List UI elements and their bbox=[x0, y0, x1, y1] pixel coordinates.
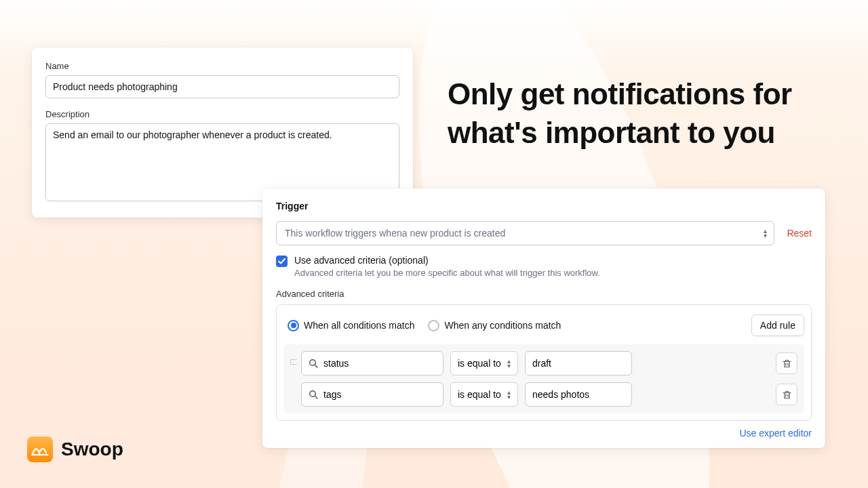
advanced-criteria-help: Advanced criteria let you be more specif… bbox=[294, 268, 600, 278]
radio-icon bbox=[428, 320, 439, 331]
trigger-title: Trigger bbox=[276, 201, 812, 211]
select-caret-icon: ▴▾ bbox=[507, 359, 511, 368]
trigger-select[interactable]: This workflow triggers when a new produc… bbox=[276, 221, 774, 245]
trash-icon bbox=[782, 390, 792, 400]
rule-value-input[interactable]: needs photos bbox=[525, 382, 632, 407]
name-label: Name bbox=[45, 61, 399, 71]
rule-field-input[interactable]: tags bbox=[301, 382, 443, 407]
rule-value-input[interactable]: draft bbox=[525, 351, 632, 375]
trigger-card: Trigger This workflow triggers when a ne… bbox=[262, 188, 825, 448]
trash-icon bbox=[782, 359, 792, 369]
criteria-section-label: Advanced criteria bbox=[276, 289, 812, 299]
match-any-radio[interactable]: When any conditions match bbox=[428, 320, 561, 331]
search-icon bbox=[309, 390, 319, 400]
rule-row: status is equal to ▴▾ draft bbox=[301, 351, 797, 375]
rule-operator-select[interactable]: is equal to ▴▾ bbox=[450, 382, 518, 407]
criteria-box: When all conditions match When any condi… bbox=[276, 304, 812, 421]
rules-list: status is equal to ▴▾ draft tags bbox=[283, 344, 804, 413]
svg-line-1 bbox=[315, 365, 318, 367]
rule-connector bbox=[290, 359, 297, 365]
select-caret-icon: ▴▾ bbox=[507, 390, 511, 399]
description-label: Description bbox=[45, 109, 399, 119]
reset-button[interactable]: Reset bbox=[787, 228, 812, 239]
brand-name: Swoop bbox=[61, 439, 123, 460]
name-input[interactable] bbox=[45, 75, 399, 98]
advanced-criteria-checkbox[interactable] bbox=[276, 256, 288, 267]
expert-editor-link[interactable]: Use expert editor bbox=[276, 428, 812, 439]
rule-operator-select[interactable]: is equal to ▴▾ bbox=[450, 351, 518, 375]
hero-headline: Only get notifications for what's import… bbox=[448, 75, 868, 152]
search-icon bbox=[309, 359, 319, 369]
radio-icon bbox=[288, 320, 299, 331]
rule-field-input[interactable]: status bbox=[301, 351, 443, 375]
select-caret-icon: ▴▾ bbox=[764, 228, 767, 238]
advanced-criteria-label: Use advanced criteria (optional) bbox=[294, 255, 600, 266]
svg-line-3 bbox=[315, 396, 318, 399]
rule-row: tags is equal to ▴▾ needs photos bbox=[301, 382, 797, 407]
rule-delete-button[interactable] bbox=[776, 384, 797, 405]
brand-lockup: Swoop bbox=[27, 436, 123, 462]
rule-delete-button[interactable] bbox=[776, 352, 797, 374]
match-all-radio[interactable]: When all conditions match bbox=[288, 320, 414, 331]
brand-icon bbox=[27, 436, 53, 462]
add-rule-button[interactable]: Add rule bbox=[751, 314, 804, 336]
